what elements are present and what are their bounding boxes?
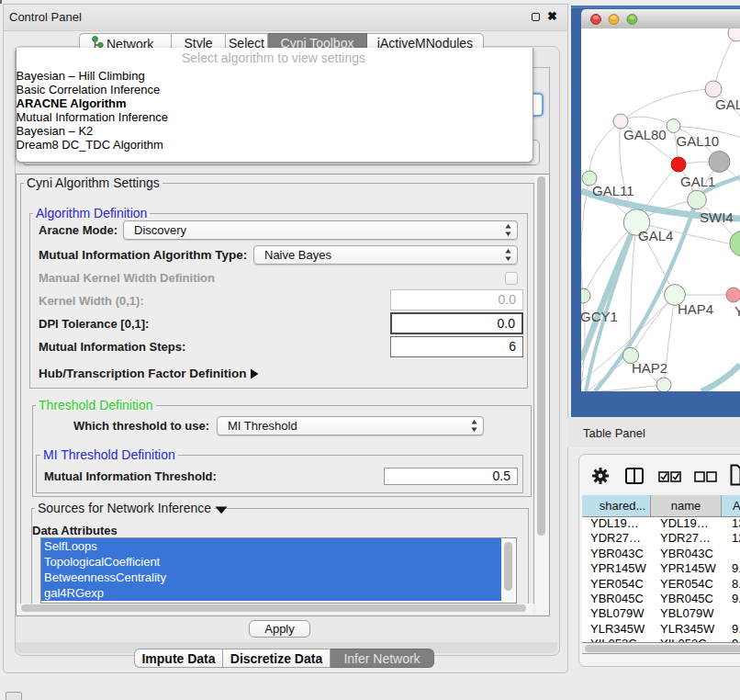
svg-text:HAP2: HAP2	[632, 360, 667, 376]
svg-text:GAL: GAL	[715, 96, 740, 112]
svg-text:HAP4: HAP4	[678, 301, 713, 317]
svg-text:GAL4: GAL4	[638, 228, 673, 243]
svg-text:GCY1: GCY1	[581, 309, 618, 324]
svg-text:GAL80: GAL80	[623, 127, 667, 142]
svg-text:GAL1: GAL1	[680, 174, 715, 189]
svg-text:SWI4: SWI4	[700, 209, 734, 225]
svg-text:Y: Y	[734, 303, 740, 319]
svg-text:GAL11: GAL11	[592, 183, 634, 198]
svg-text:GAL10: GAL10	[677, 133, 720, 149]
